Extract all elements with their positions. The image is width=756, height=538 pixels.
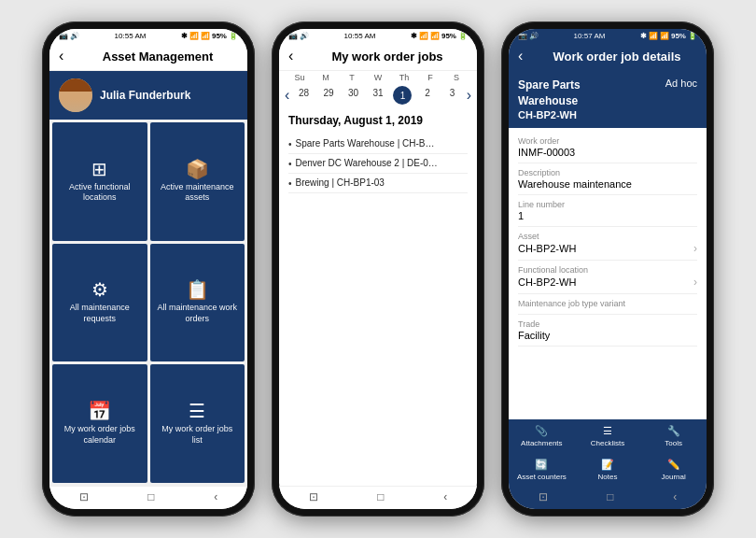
tile-label-4: My work order jobs calendar <box>58 424 142 446</box>
avatar-face <box>59 78 92 112</box>
phone-nav-2: ⊡ □ ‹ <box>279 486 477 509</box>
tab-notes[interactable]: 📝 Notes <box>575 453 641 487</box>
nav-home-btn-2[interactable]: □ <box>377 490 384 503</box>
tab-attachments[interactable]: 📎 Attachments <box>509 419 575 453</box>
job-text-2: Denver DC Warehouse 2 | DE-0… <box>296 158 438 168</box>
tile-label-2: All maintenance requests <box>58 303 142 324</box>
wifi-icon: 📶 <box>201 32 210 40</box>
cal-date-30[interactable]: 30 <box>341 86 365 105</box>
tab-label-journal: Journal <box>662 473 686 481</box>
field-value-trade: Facility <box>518 330 697 341</box>
tile-all-maintenance-work-orders[interactable]: 📋 All maintenance work orders <box>150 244 245 362</box>
bullet-1: • <box>288 139 292 149</box>
signal-icon: 📶 <box>189 32 199 40</box>
nav-back-btn-1[interactable]: ‹ <box>214 490 217 503</box>
phone-3: 📷 🔊 10:57 AM ✱ 📶 📶 95% 🔋 ‹ Work order jo… <box>501 21 714 517</box>
cal-date-29[interactable]: 29 <box>316 86 341 105</box>
tile-all-maintenance-requests[interactable]: ⚙ All maintenance requests <box>52 244 147 362</box>
detail-location-title: Spare PartsWarehouse <box>518 78 581 109</box>
back-button-2[interactable]: ‹ <box>288 48 307 64</box>
field-label-functional-location: Functional location <box>518 265 697 275</box>
cal-prev-btn[interactable]: ‹ <box>283 87 291 104</box>
tile-work-order-jobs-calendar[interactable]: 📅 My work order jobs calendar <box>52 364 147 483</box>
status-indicators-3: ✱ 📶 📶 95% 🔋 <box>640 32 697 40</box>
menu-grid: ⊞ Active functional locations 📦 Active m… <box>49 120 247 486</box>
status-time-3: 10:57 AM <box>574 32 606 40</box>
detail-fields: Work order INMF-00003 Description Wareho… <box>509 128 707 419</box>
tile-active-functional-locations[interactable]: ⊞ Active functional locations <box>52 122 147 241</box>
calendar-day-labels: Su M T W Th F S <box>279 71 477 84</box>
calendar-dates: 28 29 30 31 1 2 3 <box>291 86 464 105</box>
phone-1-screen: 📷 🔊 10:55 AM ✱ 📶 📶 95% 🔋 ‹ Asset Managem… <box>49 29 247 509</box>
bullet-3: • <box>288 178 292 189</box>
phone1-content: Julia Funderburk ⊞ Active functional loc… <box>49 71 247 486</box>
nav-back-btn-2[interactable]: ‹ <box>443 490 447 503</box>
tile-label-1: Active maintenance assets <box>156 182 240 204</box>
status-icons-left-3: 📷 🔊 <box>518 32 539 40</box>
tab-journal[interactable]: ✏️ Journal <box>640 453 707 487</box>
tile-label-3: All maintenance work orders <box>156 303 240 324</box>
battery-level-2: 95% <box>441 32 456 40</box>
tab-checklists[interactable]: ☰ Checklists <box>575 419 641 453</box>
cal-date-3[interactable]: 3 <box>440 86 464 105</box>
cal-date-28[interactable]: 28 <box>291 86 315 105</box>
app-title-2: My work order jobs <box>307 50 468 64</box>
tile-work-order-jobs-list[interactable]: ☰ My work order jobs list <box>150 364 245 483</box>
day-t: T <box>339 71 365 84</box>
journal-icon: ✏️ <box>667 459 680 471</box>
nav-recent-btn-3[interactable]: ⊡ <box>539 490 548 503</box>
detail-adhoc: Ad hoc <box>665 78 697 89</box>
field-label-asset: Asset <box>518 232 697 241</box>
status-bar-1: 📷 🔊 10:55 AM ✱ 📶 📶 95% 🔋 <box>49 29 247 42</box>
cal-date-31[interactable]: 31 <box>366 86 390 105</box>
field-label-description: Description <box>518 168 697 177</box>
avatar <box>59 78 92 112</box>
status-icons-left: 📷 🔊 <box>59 32 79 40</box>
status-bar-3: 📷 🔊 10:57 AM ✱ 📶 📶 95% 🔋 <box>509 29 707 42</box>
cal-date-2[interactable]: 2 <box>415 86 440 105</box>
checklists-icon: ☰ <box>603 425 612 437</box>
job-item-3[interactable]: • Brewing | CH-BP1-03 <box>288 174 468 193</box>
job-item-1[interactable]: • Spare Parts Warehouse | CH-B… <box>288 134 468 154</box>
detail-bottom-tabs: 📎 Attachments ☰ Checklists 🔧 Tools 🔄 <box>509 419 707 487</box>
field-asset[interactable]: Asset CH-BP2-WH › <box>518 227 697 261</box>
battery-icon-2: 🔋 <box>458 32 468 40</box>
nav-recent-btn-2[interactable]: ⊡ <box>309 490 318 503</box>
phone-nav-1: ⊡ □ ‹ <box>49 486 247 509</box>
field-value-work-order: INMF-00003 <box>518 147 697 158</box>
back-button-1[interactable]: ‹ <box>59 48 77 64</box>
user-header: Julia Funderburk <box>49 71 247 120</box>
back-button-3[interactable]: ‹ <box>518 48 537 64</box>
signal-icon-2: 📶 <box>419 32 428 40</box>
phone-3-screen: 📷 🔊 10:57 AM ✱ 📶 📶 95% 🔋 ‹ Work order jo… <box>509 29 707 509</box>
tab-asset-counters[interactable]: 🔄 Asset counters <box>509 453 575 487</box>
field-description: Description Warehouse maintenance <box>518 163 697 195</box>
nav-home-btn-3[interactable]: □ <box>607 490 613 503</box>
tile-label-0: Active functional locations <box>58 182 142 204</box>
nav-back-btn-3[interactable]: ‹ <box>673 490 677 503</box>
cal-next-btn[interactable]: › <box>465 87 473 104</box>
wifi-icon-3: 📶 <box>660 32 669 40</box>
nav-recent-btn-1[interactable]: ⊡ <box>79 490 89 503</box>
bluetooth-icon-2: ✱ <box>411 32 417 40</box>
app-bar-2: ‹ My work order jobs <box>279 42 477 71</box>
bluetooth-icon-3: ✱ <box>640 32 647 40</box>
battery-icon: 🔋 <box>229 32 238 40</box>
tile-active-maintenance-assets[interactable]: 📦 Active maintenance assets <box>150 122 245 241</box>
nav-home-btn-1[interactable]: □ <box>147 490 154 503</box>
field-label-trade: Trade <box>518 319 697 329</box>
day-w: W <box>365 71 391 84</box>
app-title-3: Work order job details <box>537 50 697 64</box>
job-item-2[interactable]: • Denver DC Warehouse 2 | DE-0… <box>288 154 468 174</box>
job-text-3: Brewing | CH-BP1-03 <box>296 177 385 188</box>
field-label-maintenance-job-type: Maintenance job type variant <box>518 299 697 308</box>
tab-tools[interactable]: 🔧 Tools <box>640 419 707 453</box>
tile-label-5: My work order jobs list <box>156 424 240 446</box>
day-th: Th <box>391 71 417 84</box>
field-functional-location[interactable]: Functional location CH-BP2-WH › <box>518 261 697 294</box>
phone2-content: Su M T W Th F S ‹ 28 29 30 31 1 <box>279 71 477 486</box>
bottom-tab-row-1: 📎 Attachments ☰ Checklists 🔧 Tools <box>509 419 707 453</box>
speaker-icon-3: 🔊 <box>529 32 539 40</box>
work-orders-icon: 📋 <box>186 280 209 299</box>
cal-date-1[interactable]: 1 <box>393 86 412 105</box>
